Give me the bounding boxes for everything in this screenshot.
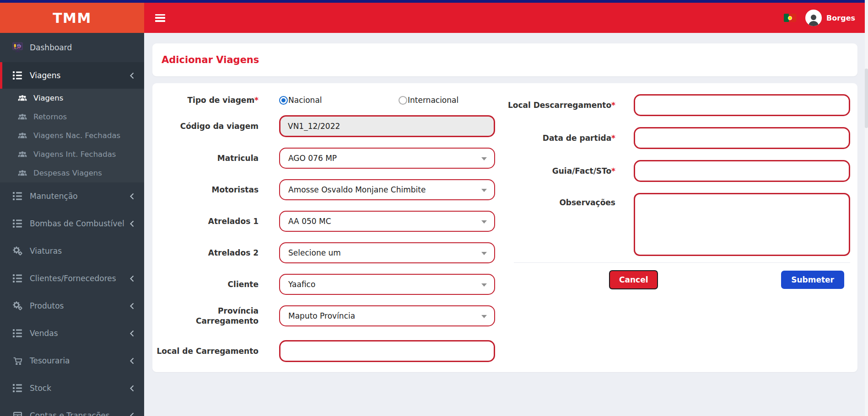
dropdown-caret-icon bbox=[481, 315, 487, 318]
title-card: Adicionar Viagens bbox=[152, 43, 857, 76]
cogs-icon bbox=[11, 301, 24, 310]
sidebar-item-bombas[interactable]: Bombas de Combustível bbox=[0, 210, 144, 237]
dropdown-caret-icon bbox=[481, 189, 487, 192]
field-label-tipo-viagem: Tipo de viagem* bbox=[152, 95, 279, 105]
sidebar-item-label: Manutenção bbox=[30, 192, 78, 201]
brand-logo[interactable]: TMM bbox=[0, 3, 144, 33]
radio-circle bbox=[279, 96, 288, 105]
users-icon bbox=[16, 151, 28, 158]
sidebar-subitem-retornos[interactable]: Retornos bbox=[0, 107, 144, 126]
field-label-codigo: Código da viagem bbox=[152, 121, 279, 131]
cart-icon bbox=[11, 357, 24, 365]
form-right-column: Local Descarregamento* Data de partida* … bbox=[505, 94, 857, 372]
user-menu[interactable]: Borges bbox=[805, 10, 855, 26]
sidebar-nav: Dashboard Viagens Viagens bbox=[0, 33, 144, 416]
codigo-viagem-input[interactable] bbox=[279, 115, 495, 137]
sidebar-subitem-viagens-nac-fechadas[interactable]: Viagens Nac. Fechadas bbox=[0, 126, 144, 145]
submit-button[interactable]: Submeter bbox=[781, 271, 844, 289]
cliente-select[interactable]: Yaafico bbox=[279, 274, 495, 295]
motoristas-select[interactable]: Amosse Osvaldo Monjane Chimbite bbox=[279, 179, 495, 200]
sidebar-item-viagens[interactable]: Viagens bbox=[0, 62, 144, 89]
selected-value: Amosse Osvaldo Monjane Chimbite bbox=[288, 185, 426, 194]
sidebar-subitem-label: Viagens bbox=[33, 94, 63, 102]
sidebar-item-manutencao[interactable]: Manutenção bbox=[0, 182, 144, 210]
chevron-left-icon bbox=[129, 412, 135, 416]
field-label-guia-fact-sto: Guia/Fact/STo* bbox=[505, 166, 634, 176]
dropdown-caret-icon bbox=[481, 252, 487, 255]
sidebar-item-label: Viagens bbox=[30, 71, 60, 80]
sidebar-item-viaturas[interactable]: Viaturas bbox=[0, 237, 144, 265]
trip-type-radio-group: Nacional Internacional bbox=[279, 96, 518, 105]
sidebar-item-vendas[interactable]: Vendas bbox=[0, 320, 144, 347]
sidebar-subitem-viagens-int-fechadas[interactable]: Viagens Int. Fechadas bbox=[0, 145, 144, 164]
chevron-left-icon bbox=[129, 72, 135, 79]
sidebar-item-clientes-fornecedores[interactable]: Clientes/Fornecedores bbox=[0, 265, 144, 292]
sidebar-item-produtos[interactable]: Produtos bbox=[0, 292, 144, 320]
atrelados-2-select[interactable]: Selecione um bbox=[279, 242, 495, 263]
page-body: Adicionar Viagens Tipo de viagem* Nacion… bbox=[144, 33, 868, 416]
language-flag-portugal[interactable] bbox=[784, 14, 796, 22]
guia-fact-sto-input[interactable] bbox=[634, 160, 850, 182]
matricula-select[interactable]: AGO 076 MP bbox=[279, 148, 495, 169]
sidebar-group-viagens: Viagens Viagens Retornos bbox=[0, 62, 144, 182]
list-icon bbox=[11, 384, 24, 393]
radio-label: Nacional bbox=[288, 96, 322, 105]
local-carregamento-input[interactable] bbox=[279, 340, 495, 362]
atrelados-1-select[interactable]: AA 050 MC bbox=[279, 211, 495, 232]
users-icon bbox=[16, 113, 28, 120]
sidebar-item-label: Stock bbox=[30, 384, 51, 393]
observacoes-textarea[interactable] bbox=[634, 193, 850, 256]
local-descarregamento-input[interactable] bbox=[634, 94, 850, 116]
list-icon bbox=[11, 192, 24, 201]
sidebar-item-contas-transacoes[interactable]: Contas e Transações bbox=[0, 402, 144, 416]
selected-value: Yaafico bbox=[288, 280, 315, 289]
sidebar-item-tesouraria[interactable]: Tesouraria bbox=[0, 347, 144, 374]
chevron-left-icon bbox=[129, 303, 135, 309]
cancel-button[interactable]: Cancel bbox=[609, 270, 658, 289]
sidebar-item-label: Bombas de Combustível bbox=[30, 219, 124, 228]
users-icon bbox=[16, 170, 28, 176]
field-label-cliente: Cliente bbox=[152, 279, 279, 289]
provincia-carregamento-select[interactable]: Maputo Província bbox=[279, 305, 495, 326]
list-icon bbox=[11, 329, 24, 338]
list-icon bbox=[11, 219, 24, 228]
sidebar-subitem-viagens[interactable]: Viagens bbox=[0, 89, 144, 107]
scrollbar-thumb[interactable] bbox=[865, 69, 868, 128]
avatar bbox=[805, 10, 822, 26]
add-trip-form: Tipo de viagem* Nacional Internacional bbox=[152, 83, 857, 372]
sidebar-subitem-label: Despesas Viagens bbox=[33, 169, 102, 177]
form-actions: Cancel Submeter bbox=[505, 270, 857, 289]
username: Borges bbox=[826, 14, 855, 22]
brand-name: TMM bbox=[53, 10, 92, 26]
field-label-atrelados-1: Atrelados 1 bbox=[152, 216, 279, 226]
sidebar-item-label: Contas e Transações bbox=[30, 411, 110, 416]
sidebar-subitem-despesas-viagens[interactable]: Despesas Viagens bbox=[0, 164, 144, 182]
selected-value: AGO 076 MP bbox=[288, 154, 337, 163]
sidebar-item-label: Clientes/Fornecedores bbox=[30, 274, 116, 283]
sidebar-subitem-label: Viagens Nac. Fechadas bbox=[33, 131, 120, 140]
sidebar-item-label: Vendas bbox=[30, 329, 58, 338]
dashboard-icon bbox=[11, 42, 24, 54]
list-icon bbox=[11, 71, 24, 80]
sidebar-item-stock[interactable]: Stock bbox=[0, 374, 144, 402]
dropdown-caret-icon bbox=[481, 283, 487, 287]
chevron-left-icon bbox=[129, 193, 135, 200]
radio-internacional[interactable]: Internacional bbox=[399, 96, 518, 105]
sidebar-item-dashboard[interactable]: Dashboard bbox=[0, 33, 144, 62]
page-scrollbar[interactable] bbox=[865, 0, 868, 416]
data-partida-input[interactable] bbox=[634, 127, 850, 149]
header-bar: Borges bbox=[144, 3, 868, 33]
users-icon bbox=[16, 132, 28, 139]
field-label-atrelados-2: Atrelados 2 bbox=[152, 248, 279, 258]
hamburger-menu-icon[interactable] bbox=[155, 14, 165, 22]
field-label-local-descarregamento: Local Descarregamento* bbox=[505, 100, 634, 110]
chevron-left-icon bbox=[129, 385, 135, 392]
list-icon bbox=[11, 274, 24, 283]
cogs-icon bbox=[11, 246, 24, 256]
selected-value: Selecione um bbox=[288, 248, 341, 257]
field-label-matricula: Matricula bbox=[152, 153, 279, 163]
field-label-local-carregamento: Local de Carregamento bbox=[152, 346, 279, 356]
radio-nacional[interactable]: Nacional bbox=[279, 96, 399, 105]
table-icon bbox=[11, 412, 24, 416]
sidebar-item-label: Produtos bbox=[30, 301, 64, 310]
